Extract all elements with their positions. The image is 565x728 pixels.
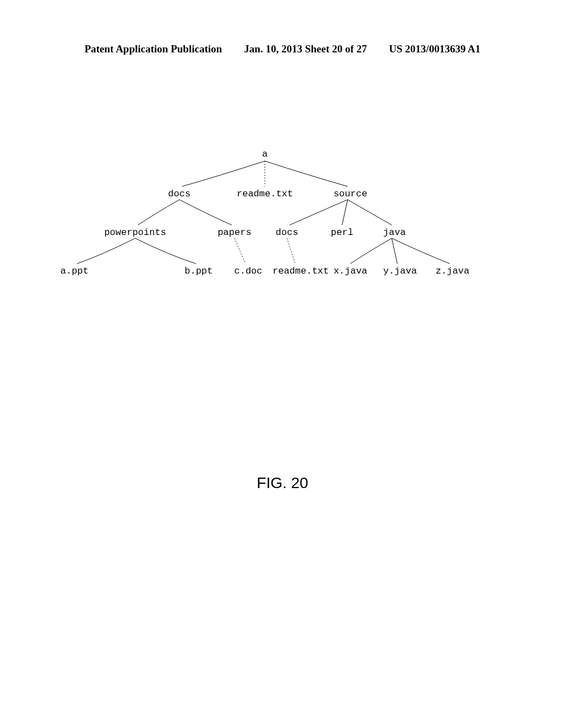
- tree-node-readme2: readme.txt: [273, 266, 329, 276]
- tree-node-appt: a.ppt: [60, 266, 88, 276]
- header-center: Jan. 10, 2013 Sheet 20 of 27: [244, 43, 367, 55]
- tree-node-zjava: z.java: [435, 266, 469, 276]
- svg-line-1: [342, 200, 348, 225]
- tree-node-papers: papers: [217, 227, 251, 238]
- tree-diagram: a docs readme.txt source powerpoints pap…: [55, 149, 510, 298]
- header-left: Patent Application Publication: [84, 43, 222, 55]
- tree-node-root: a: [262, 149, 268, 159]
- tree-node-xjava: x.java: [333, 266, 367, 276]
- page-header: Patent Application Publication Jan. 10, …: [0, 43, 565, 55]
- tree-node-source: source: [333, 189, 367, 199]
- header-right: US 2013/0013639 A1: [389, 43, 481, 55]
- tree-node-perl: perl: [331, 227, 354, 238]
- tree-node-docs: docs: [168, 189, 191, 199]
- tree-node-bppt: b.ppt: [184, 266, 212, 276]
- tree-node-readme: readme.txt: [237, 189, 293, 199]
- svg-line-3: [287, 238, 295, 264]
- svg-line-2: [234, 238, 246, 264]
- tree-node-powerpoints: powerpoints: [104, 227, 166, 238]
- tree-node-cdoc: c.doc: [234, 266, 262, 276]
- tree-node-yjava: y.java: [383, 266, 417, 276]
- tree-node-docs2: docs: [276, 227, 299, 238]
- figure-caption: FIG. 20: [0, 474, 565, 492]
- tree-node-java: java: [383, 227, 406, 238]
- svg-line-4: [392, 238, 397, 264]
